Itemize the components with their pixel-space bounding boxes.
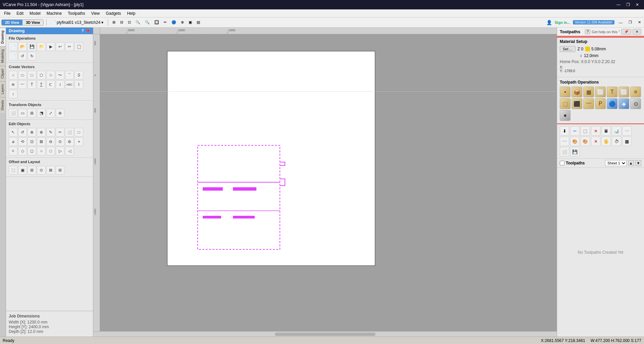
tool-text-curved[interactable]: Ꭵ	[56, 80, 64, 89]
ta-delete[interactable]: ✕	[591, 126, 600, 136]
toolbar-icon-6[interactable]: 🔲	[153, 19, 161, 26]
h-scrollbar-thumb[interactable]	[275, 333, 376, 336]
tool-open[interactable]: 📂	[18, 42, 27, 51]
tool-star[interactable]: ☆	[46, 71, 55, 80]
tool-copy[interactable]: 📋	[75, 42, 83, 51]
file-dropdown-button[interactable]: 📄 plyfinal01 v13_Sketch24 ▾	[49, 19, 105, 26]
panel-min-button[interactable]: —	[617, 19, 624, 26]
tool-open-folder[interactable]: 📁	[37, 42, 46, 51]
tool-bezier[interactable]: ≋	[9, 80, 17, 89]
tool-layout[interactable]: ⊞	[56, 166, 64, 175]
ta-preview-1[interactable]: 〰	[622, 126, 632, 136]
ta-save-toolpath[interactable]: ⬇	[560, 126, 569, 136]
tool-arrow-left[interactable]: ◁	[65, 147, 74, 155]
panel-max-button[interactable]: ❐	[627, 19, 634, 26]
tool-embed[interactable]: ⊚	[65, 137, 74, 146]
tool-square-2[interactable]: □	[46, 147, 55, 155]
tab-sheets[interactable]: Sheets	[0, 97, 6, 113]
to-inlay[interactable]: ⬜	[595, 87, 606, 97]
ta-reset[interactable]: ✕	[591, 137, 600, 146]
tool-join[interactable]: ⊡	[28, 137, 36, 146]
to-profile[interactable]: 📦	[572, 87, 582, 97]
to-sphere[interactable]: ●	[560, 110, 571, 121]
tool-arc[interactable]: ⌒	[65, 71, 74, 80]
tool-smooth[interactable]: ⟲	[18, 137, 27, 146]
tool-polyline[interactable]: 〜	[56, 71, 64, 80]
toolbar-icon-10[interactable]: ▣	[187, 19, 194, 26]
ta-hand[interactable]: 🖐	[601, 137, 611, 146]
tool-circle-small[interactable]: ○	[37, 147, 46, 155]
panel-pin-icon[interactable]: 📌	[85, 29, 90, 33]
tool-select[interactable]: ↖	[9, 128, 17, 137]
tool-resize[interactable]: ⤢	[46, 109, 55, 117]
toolbar-icon-1[interactable]: ⊞	[111, 19, 117, 26]
menu-edit[interactable]: Edit	[14, 10, 26, 16]
tool-draw[interactable]: ✎	[46, 128, 55, 137]
tool-move[interactable]: ⊕	[56, 109, 64, 117]
tool-diamond[interactable]: ◇	[18, 147, 27, 155]
maximize-button[interactable]: ❐	[624, 1, 632, 8]
right-panel-help-icon[interactable]: ?	[585, 29, 590, 34]
sheet-select[interactable]: Sheet 1	[605, 160, 627, 166]
material-set-button[interactable]: Set ...	[560, 46, 576, 52]
tool-nest[interactable]: ⊠	[46, 166, 55, 175]
tool-polygon[interactable]: ⬡	[37, 71, 46, 80]
toolbar-icon-5[interactable]: 🔍	[143, 19, 151, 26]
canvas-main[interactable]	[100, 34, 557, 331]
tool-circle[interactable]: ○	[9, 71, 17, 80]
tool-text-underline[interactable]: T	[37, 80, 46, 89]
to-vcarve[interactable]: ⬜	[618, 87, 629, 97]
tool-less-than[interactable]: <	[9, 147, 17, 155]
tl-down-button[interactable]: ▼	[635, 160, 641, 166]
ta-color-1[interactable]: 🎨	[570, 137, 580, 146]
ta-clock[interactable]: ⏱	[612, 137, 621, 146]
menu-help[interactable]: Help	[125, 10, 138, 16]
menu-file[interactable]: File	[1, 10, 13, 16]
version-badge[interactable]: Version 11.506 Available!	[573, 20, 614, 24]
menu-model[interactable]: Model	[27, 10, 43, 16]
tool-text[interactable]: T	[28, 80, 36, 89]
toolbar-icon-9[interactable]: ⊕	[179, 19, 186, 26]
panel-close-button[interactable]: ✕	[636, 19, 643, 26]
tab-clipart[interactable]: Clipart	[0, 66, 6, 81]
tool-align[interactable]: ↕	[9, 90, 17, 98]
to-text-carve[interactable]: T	[607, 87, 617, 97]
tool-group[interactable]: ⊞	[28, 109, 36, 117]
to-3d-rough[interactable]: ⬚	[560, 98, 571, 109]
tool-paste[interactable]: 📄	[9, 52, 17, 60]
tool-select-all[interactable]: ⬜	[9, 109, 17, 117]
tool-scale[interactable]: ▭	[18, 109, 27, 117]
to-laser[interactable]: 🔵	[607, 98, 617, 109]
to-thread[interactable]: ⊙	[630, 98, 641, 109]
panel-help-icon[interactable]: ?	[82, 29, 84, 33]
tab-modeling[interactable]: Modeling	[0, 46, 6, 66]
right-panel-pin[interactable]: 📌	[621, 29, 631, 35]
ta-edit[interactable]: ✏	[570, 126, 580, 136]
tool-curve[interactable]: 〰	[18, 80, 27, 89]
tool-text-path[interactable]: Ꞇ	[46, 80, 55, 89]
ta-recalc[interactable]: ⬚	[581, 126, 590, 136]
to-texture[interactable]: 〰	[583, 98, 594, 109]
tool-spline[interactable]: S	[75, 71, 83, 80]
toolbar-icon-4[interactable]: 🔍	[134, 19, 142, 26]
ta-simulate[interactable]: 📊	[612, 126, 621, 136]
to-laser2[interactable]: ◈	[618, 98, 629, 109]
tool-delete[interactable]: ⊗	[37, 128, 46, 137]
tool-save[interactable]: 💾	[28, 42, 36, 51]
tool-node-edit[interactable]: ⊕	[28, 128, 36, 137]
tool-trim[interactable]: ⊠	[37, 137, 46, 146]
tool-scissors[interactable]: ✂	[56, 128, 64, 137]
tool-cut[interactable]: ✂	[65, 42, 74, 51]
tab-drawing[interactable]: Drawing	[0, 28, 6, 46]
close-button[interactable]: ✕	[633, 1, 641, 8]
tool-rotate-select[interactable]: ↺	[18, 128, 27, 137]
to-pocket[interactable]: ▪	[560, 87, 571, 97]
tool-fit-curves[interactable]: ⌖	[75, 137, 83, 146]
tl-up-button[interactable]: ▲	[628, 160, 634, 166]
view-3d-button[interactable]: 3D View	[22, 20, 43, 25]
ta-layer[interactable]: ⬜	[560, 147, 569, 156]
tool-undo[interactable]: ↺	[18, 52, 27, 60]
toolbar-icon-8[interactable]: 🔵	[170, 19, 178, 26]
tool-array[interactable]: ▣	[18, 166, 27, 175]
menu-gadgets[interactable]: Gadgets	[103, 10, 123, 16]
